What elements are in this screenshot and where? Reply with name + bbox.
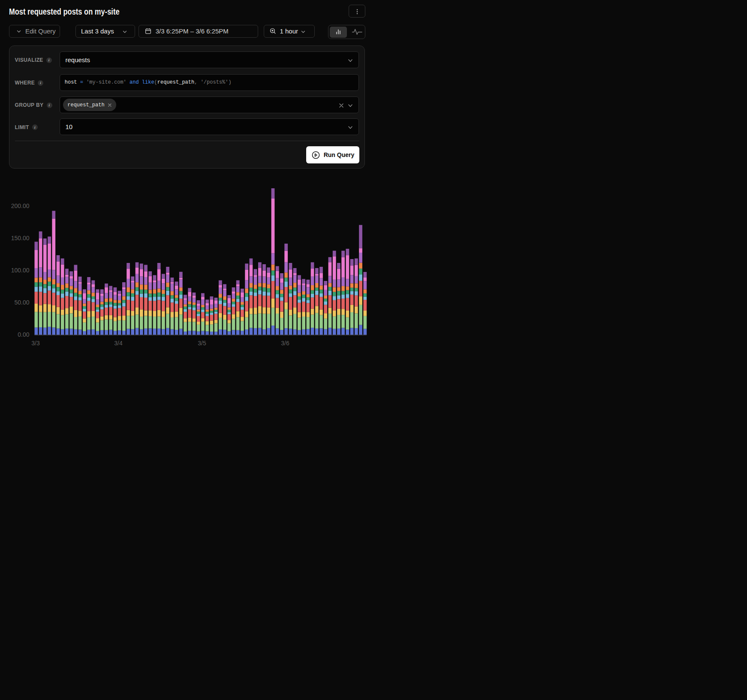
svg-text:200.00: 200.00: [11, 202, 30, 209]
svg-text:100.00: 100.00: [11, 267, 30, 274]
svg-text:3/6: 3/6: [281, 340, 289, 347]
svg-text:50.00: 50.00: [14, 299, 29, 306]
svg-text:3/4: 3/4: [114, 340, 123, 347]
svg-text:0.00: 0.00: [18, 331, 29, 338]
svg-text:150.00: 150.00: [11, 235, 30, 241]
svg-text:3/5: 3/5: [198, 340, 206, 347]
svg-text:3/3: 3/3: [31, 340, 40, 347]
